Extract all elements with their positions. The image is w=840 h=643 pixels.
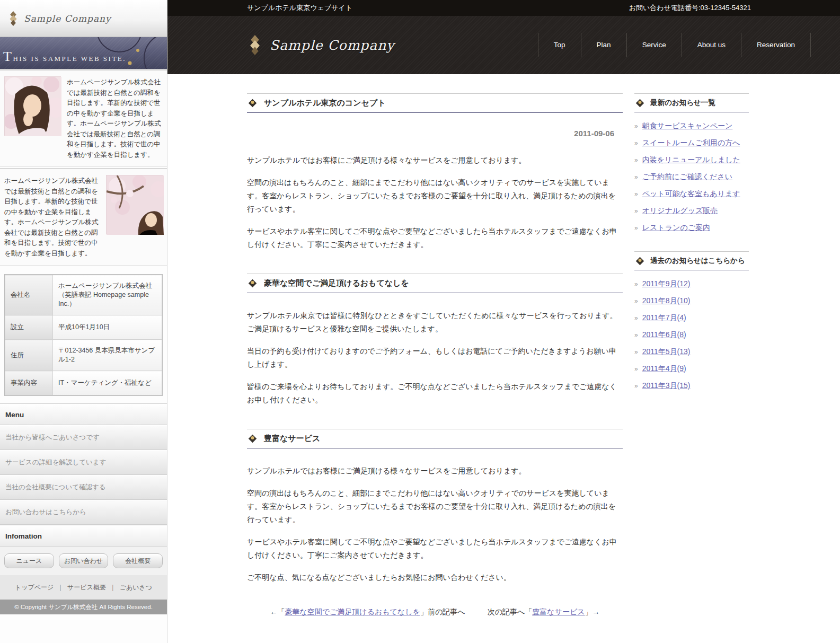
news-link-before-booking[interactable]: ご予約前にご確認ください <box>642 172 732 182</box>
latest-news-list: »朝食サービスキャンペーン »スイートルームご利用の方へ »内装をリニューアルし… <box>634 118 749 236</box>
address-value: 〒012-3456 見本県見本市サンプル1-2 <box>53 340 162 371</box>
news-button[interactable]: ニュース <box>4 553 54 568</box>
table-row: 住所 〒012-3456 見本県見本市サンプル1-2 <box>5 340 162 371</box>
sidebar-menu-greeting[interactable]: 当社から皆様へごあいさつです <box>0 425 167 450</box>
archive-link-2011-08[interactable]: 2011年8月(10) <box>642 296 691 306</box>
article-paragraph: 空間の演出はもちろんのこと、細部にまでこだわり他にはない高いクオリティでのサービ… <box>247 487 623 526</box>
prev-article-link[interactable]: 豪華な空間でご満足頂けるおもてなしを <box>285 607 420 616</box>
contact-phone: お問い合わせ電話番号:03-12345-54321 <box>629 3 751 13</box>
business-value: IT・マーケティング・福祉など <box>53 371 162 395</box>
article-title: 豪華な空間でご満足頂けるおもてなしを <box>264 278 409 288</box>
next-article-link[interactable]: 豊富なサービス <box>532 607 585 616</box>
news-link-breakfast[interactable]: 朝食サービスキャンペーン <box>642 121 733 131</box>
nav-top[interactable]: Top <box>538 33 581 57</box>
chevron-bullet-icon: » <box>634 190 638 198</box>
business-label: 事業内容 <box>5 371 53 395</box>
chevron-bullet-icon: » <box>634 331 638 339</box>
diamond-bullet-icon <box>635 257 644 266</box>
news-link-restaurant[interactable]: レストランのご案内 <box>642 223 710 233</box>
sidebar-logo-text: Sample Company <box>24 13 111 24</box>
page: Sample Company THIS IS SAMPLE WEB SITE. <box>0 0 840 643</box>
next-label-prefix: 次の記事へ「 <box>488 607 533 616</box>
contact-button[interactable]: お問い合わせ <box>59 553 109 568</box>
list-item: »2011年8月(10) <box>634 293 749 310</box>
news-link-goods[interactable]: オリジナルグッズ販売 <box>642 206 718 216</box>
sidebar-menu-company[interactable]: 当社の会社概要について確認する <box>0 475 167 500</box>
list-item: »スイートルームご利用の方へ <box>634 135 749 152</box>
sidebar-banner: THIS IS SAMPLE WEB SITE. <box>0 37 167 71</box>
news-link-pets[interactable]: ペット可能な客室もあります <box>642 189 740 199</box>
header-logo-text: Sample Company <box>270 38 395 53</box>
archive-link-2011-07[interactable]: 2011年7月(4) <box>642 313 686 323</box>
sidebar-footer-links: トップページ｜サービス概要｜ごあいさつ <box>0 575 167 600</box>
header-logo[interactable]: Sample Company <box>247 35 395 55</box>
news-link-suite[interactable]: スイートルームご利用の方へ <box>642 138 740 148</box>
article-paragraph: サンプルホテルではお客様にご満足頂ける様々なサービスをご用意しております。 <box>247 464 623 478</box>
list-item: »朝食サービスキャンペーン <box>634 118 749 135</box>
archive-link-2011-04[interactable]: 2011年4月(9) <box>642 364 686 374</box>
chevron-bullet-icon: » <box>634 365 638 373</box>
list-item: »2011年9月(12) <box>634 276 749 293</box>
company-name-value: ホームページサンプル株式会社 （英語表記 Homepage sample Inc… <box>53 275 162 315</box>
site-header: Sample Company Top Plan Service About us… <box>167 16 840 74</box>
article-paragraph: 当日の予約も受け付けておりますのでご予約フォーム、もしくはお電話にてご予約いただ… <box>247 345 623 371</box>
list-item: »ご予約前にご確認ください <box>634 169 749 186</box>
article-pagination: ←「豪華な空間でご満足頂けるおもてなしを」前の記事へ次の記事へ「豊富なサービス」… <box>247 607 623 617</box>
chevron-bullet-icon: » <box>634 156 638 164</box>
profile-block-2: ホームページサンプル株式会社では最新技術と自然との調和を目指します。革新的な技術… <box>0 168 167 266</box>
list-item: »2011年7月(4) <box>634 310 749 327</box>
article-paragraph: 空間の演出はもちろんのこと、細部にまでこだわり他にはない高いクオリティでのサービ… <box>247 176 623 216</box>
company-name-label: 会社名 <box>5 275 53 315</box>
sidebar-link-top[interactable]: トップページ <box>15 584 54 591</box>
archive-list: »2011年9月(12) »2011年8月(10) »2011年7月(4) »2… <box>634 276 749 394</box>
sidebar-menu-service[interactable]: サービスの詳細を解説しています <box>0 450 167 475</box>
sidebar-link-greeting[interactable]: ごあいさつ <box>120 584 152 591</box>
link-separator: ｜ <box>110 584 116 591</box>
list-item: »レストランのご案内 <box>634 219 749 236</box>
main-column: サンプルホテル東京ウェブサイト お問い合わせ電話番号:03-12345-5432… <box>167 0 840 643</box>
content-area: サンプルホテル東京のコンセプト 2011-09-06 サンプルホテルではお客様に… <box>167 74 840 643</box>
article-paragraph: サービスやホテル客室に関してご不明な点やご要望などございましたら当ホテルスタッフ… <box>247 225 623 251</box>
list-item: »2011年3月(15) <box>634 377 749 394</box>
article-services: 豊富なサービス サンプルホテルではお客様にご満足頂ける様々なサービスをご用意して… <box>247 429 623 584</box>
archive-link-2011-06[interactable]: 2011年6月(8) <box>642 330 686 340</box>
sidebar-link-service[interactable]: サービス概要 <box>67 584 106 591</box>
profile-text-2: ホームページサンプル株式会社では最新技術と自然との調和を目指します。革新的な技術… <box>4 175 100 259</box>
archive-link-2011-03[interactable]: 2011年3月(15) <box>642 381 691 391</box>
nav-plan[interactable]: Plan <box>581 33 626 57</box>
chevron-bullet-icon: » <box>634 224 638 232</box>
article-hospitality: 豪華な空間でご満足頂けるおもてなしを サンプルホテル東京では皆様に特別なひととき… <box>247 274 623 407</box>
portrait-photo-2 <box>106 175 163 234</box>
news-link-renewal[interactable]: 内装をリニューアルしました <box>642 155 740 165</box>
top-bar: サンプルホテル東京ウェブサイト お問い合わせ電話番号:03-12345-5432… <box>167 0 840 16</box>
sidebar-copyright: © Copyright サンプル株式会社 All Rights Reseved. <box>0 600 167 614</box>
article-heading: 豪華な空間でご満足頂けるおもてなしを <box>247 274 623 293</box>
list-item: »オリジナルグッズ販売 <box>634 202 749 219</box>
nav-about-us[interactable]: About us <box>682 33 741 57</box>
banner-text: THIS IS SAMPLE WEB SITE. <box>3 49 126 65</box>
article-title: 豊富なサービス <box>264 434 320 444</box>
chevron-bullet-icon: » <box>634 314 638 322</box>
information-title: Infomation <box>0 525 167 547</box>
nav-reservation[interactable]: Reservation <box>741 33 811 57</box>
article-date: 2011-09-06 <box>247 129 614 138</box>
company-diamond-logo-icon <box>7 11 19 26</box>
portrait-photo-1 <box>4 76 61 136</box>
table-row: 設立 平成10年1月10日 <box>5 315 162 340</box>
company-diamond-logo-icon <box>247 35 263 55</box>
nav-service[interactable]: Service <box>626 33 682 57</box>
archive-link-2011-05[interactable]: 2011年5月(13) <box>642 347 691 357</box>
prev-label-suffix: 」前の記事へ <box>420 607 465 616</box>
sidebar-buttons: ニュース お問い合わせ 会社概要 <box>0 547 167 575</box>
company-overview-button[interactable]: 会社概要 <box>113 553 163 568</box>
left-sidebar: Sample Company THIS IS SAMPLE WEB SITE. <box>0 0 167 643</box>
main-navigation: Top Plan Service About us Reservation <box>538 33 811 57</box>
chevron-bullet-icon: » <box>634 122 638 130</box>
news-sidebar: 最新のお知らせ一覧 »朝食サービスキャンペーン »スイートルームご利用の方へ »… <box>634 93 749 409</box>
table-row: 会社名 ホームページサンプル株式会社 （英語表記 Homepage sample… <box>5 275 162 315</box>
sidebar-menu-contact[interactable]: お問い合わせはこちらから <box>0 500 167 525</box>
latest-news-heading: 最新のお知らせ一覧 <box>634 93 749 112</box>
archive-title: 過去のお知らせはこちらから <box>650 256 745 266</box>
chevron-bullet-icon: » <box>634 139 638 147</box>
archive-link-2011-09[interactable]: 2011年9月(12) <box>642 279 691 289</box>
